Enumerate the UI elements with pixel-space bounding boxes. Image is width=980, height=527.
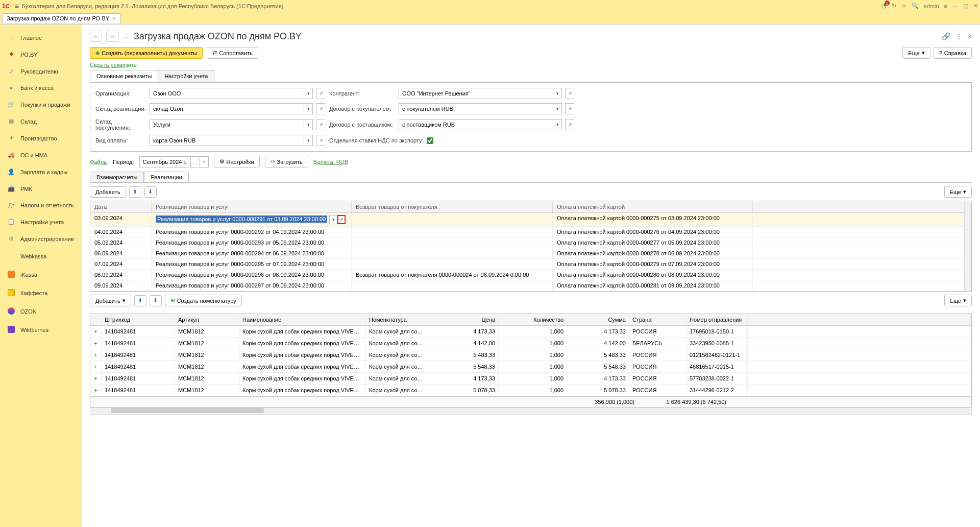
- item-row[interactable]: +1418492481MCM1812Корм сухой для собак с…: [90, 373, 971, 385]
- close-window-icon[interactable]: ✕: [973, 3, 978, 9]
- files-link[interactable]: Файлы: [90, 159, 108, 165]
- sidebar-item[interactable]: ✦Производство: [0, 130, 82, 147]
- currency-link[interactable]: Валюта: RUB: [313, 159, 348, 165]
- star-icon[interactable]: ☆: [901, 3, 906, 9]
- compare-button[interactable]: ⇄ Сопоставить: [207, 47, 258, 59]
- nav-back-button[interactable]: ←: [90, 31, 102, 42]
- sidebar-item[interactable]: 🚚ОС и НМА: [0, 147, 82, 163]
- user-label[interactable]: admin: [924, 3, 939, 9]
- grid-row[interactable]: 08.09.2024Реализация товаров и услуг 000…: [90, 270, 964, 280]
- skl-r-field[interactable]: [150, 103, 304, 114]
- org-field[interactable]: [150, 88, 304, 99]
- tab-realizations[interactable]: Реализации: [144, 172, 188, 182]
- close-icon[interactable]: ×: [968, 32, 972, 40]
- col-price[interactable]: Цена: [428, 314, 499, 325]
- open-icon[interactable]: ↗: [565, 119, 574, 130]
- grid-row[interactable]: 04.09.2024Реализация товаров и услуг 000…: [90, 227, 964, 237]
- notification-icon[interactable]: ◔: [881, 3, 887, 9]
- item-row[interactable]: +1418492481MCM1812Корм сухой для собак с…: [90, 326, 971, 338]
- horizontal-scrollbar[interactable]: [90, 408, 972, 415]
- pay-field[interactable]: [150, 135, 304, 146]
- sidebar-item[interactable]: 🛒Покупки и продажи: [0, 96, 82, 113]
- open-icon[interactable]: ↗: [316, 88, 325, 99]
- dropdown-icon[interactable]: ▾: [304, 135, 313, 146]
- sidebar-item[interactable]: ✱PO.BY: [0, 46, 82, 63]
- open-icon[interactable]: ↗: [316, 103, 325, 114]
- nds-checkbox[interactable]: [427, 137, 433, 144]
- col-sum[interactable]: Сумма: [567, 314, 629, 325]
- sidebar-item[interactable]: OZON: [0, 302, 82, 321]
- col-return[interactable]: Возврат товаров от покупателя: [352, 201, 553, 212]
- grid-row[interactable]: 05.09.2024Реализация товаров и услуг 000…: [90, 237, 964, 248]
- skl-p-field[interactable]: [150, 119, 304, 130]
- open-icon[interactable]: ↗: [316, 135, 325, 146]
- tab-main[interactable]: Загрузка продаж OZON по дням PO.BY ×: [2, 13, 120, 23]
- col-date[interactable]: Дата: [90, 201, 152, 212]
- col-country[interactable]: Страна: [629, 314, 687, 325]
- dropdown-icon[interactable]: ▾: [304, 103, 313, 114]
- grid-row[interactable]: 09.09.2024Реализация товаров и услуг 000…: [90, 280, 964, 291]
- sidebar-item[interactable]: ⚙Администрирование: [0, 230, 82, 247]
- sidebar-item[interactable]: iKassa: [0, 266, 82, 284]
- add-row-button[interactable]: Добавить: [90, 186, 126, 198]
- dropdown-icon[interactable]: ▾: [329, 215, 337, 224]
- more-button[interactable]: Еще ▾: [902, 47, 930, 59]
- more-icon[interactable]: ⋮: [955, 32, 963, 40]
- dropdown-icon[interactable]: ▾: [553, 88, 562, 99]
- sidebar-item[interactable]: Wildberries: [0, 321, 82, 339]
- sidebar-item[interactable]: 📠РМК: [0, 180, 82, 197]
- move-up2-button[interactable]: ⬆: [134, 295, 146, 306]
- open-ref-icon[interactable]: ↗: [337, 215, 346, 224]
- sidebar-item[interactable]: ↗Руководителю: [0, 63, 82, 80]
- col-qty[interactable]: Количество: [499, 314, 567, 325]
- load-button[interactable]: ⟳ Загрузить: [265, 156, 308, 167]
- open-icon[interactable]: ↗: [316, 119, 325, 130]
- stepper-icon[interactable]: ÷: [200, 156, 209, 167]
- col-shipment[interactable]: Номер отправления: [687, 314, 748, 325]
- open-icon[interactable]: ↗: [565, 88, 574, 99]
- sidebar-item[interactable]: 📋Настройки учета: [0, 213, 82, 230]
- item-row[interactable]: +1418492481MCM1812Корм сухой для собак с…: [90, 361, 971, 373]
- col-article[interactable]: Артикул: [175, 314, 239, 325]
- search-icon[interactable]: 🔍: [912, 3, 919, 9]
- col-nomenclature[interactable]: Номенклатура: [366, 314, 428, 325]
- col-name[interactable]: Наименование: [239, 314, 366, 325]
- create-nomenclature-button[interactable]: ⊕ Создать номенклатуру: [165, 295, 242, 306]
- tab-main-requisites[interactable]: Основные реквизиты: [90, 70, 158, 82]
- col-payment[interactable]: Оплата платежной картой: [553, 201, 753, 212]
- item-row[interactable]: +1418492481MCM1812Корм сухой для собак с…: [90, 338, 971, 349]
- dropdown-icon[interactable]: ▾: [304, 88, 313, 99]
- sidebar-item[interactable]: 👤Зарплата и кадры: [0, 163, 82, 180]
- dog-s-field[interactable]: [399, 119, 553, 130]
- grid-row[interactable]: 03.09.2024Реализация товаров и услуг 000…: [90, 213, 964, 227]
- item-row[interactable]: +1418492481MCM1812Корм сухой для собак с…: [90, 349, 971, 361]
- sidebar-item[interactable]: ≡Главное: [0, 30, 82, 46]
- favorite-icon[interactable]: ☆: [122, 32, 130, 41]
- sidebar-item[interactable]: Webkassa: [0, 247, 82, 266]
- grid-row[interactable]: 06.09.2024Реализация товаров и услуг 000…: [90, 248, 964, 259]
- col-realization[interactable]: Реализация товаров и услуг: [152, 201, 352, 212]
- link-icon[interactable]: 🔗: [942, 32, 950, 40]
- dropdown-icon[interactable]: ▾: [553, 103, 562, 114]
- open-icon[interactable]: ↗: [565, 103, 574, 114]
- minimize-icon[interactable]: —: [952, 3, 958, 9]
- sidebar-item[interactable]: ●Банк и касса: [0, 80, 82, 96]
- history-icon[interactable]: ↻: [892, 3, 896, 9]
- sidebar-item[interactable]: ДтНалоги и отчетность: [0, 197, 82, 213]
- dropdown-icon[interactable]: ▾: [304, 119, 313, 130]
- close-tab-icon[interactable]: ×: [112, 15, 115, 21]
- maximize-icon[interactable]: ◫: [963, 3, 968, 9]
- more-button[interactable]: Еще ▾: [944, 186, 972, 198]
- tab-accounting-settings[interactable]: Настройки учета: [158, 70, 214, 82]
- settings-icon[interactable]: ≡: [944, 3, 947, 9]
- grid-row[interactable]: 07.09.2024Реализация товаров и услуг 000…: [90, 259, 964, 270]
- create-docs-button[interactable]: ◆ Создать (перезаполнить) документы: [90, 47, 203, 59]
- dog-b-field[interactable]: [399, 103, 553, 114]
- move-down-button[interactable]: ⬇: [144, 186, 157, 198]
- settings-button[interactable]: ⚙ Настройки: [214, 156, 260, 167]
- move-down2-button[interactable]: ⬇: [150, 295, 162, 306]
- period-field[interactable]: [139, 156, 190, 167]
- nav-forward-button[interactable]: →: [106, 31, 118, 42]
- col-barcode[interactable]: Штрихкод: [102, 314, 175, 325]
- dropdown-icon[interactable]: ▾: [553, 119, 562, 130]
